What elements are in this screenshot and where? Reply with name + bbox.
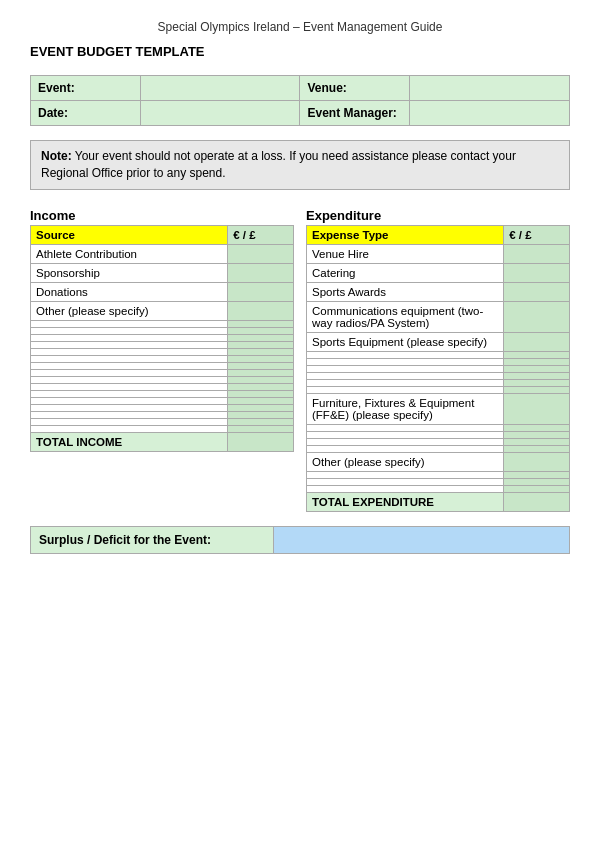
expenditure-row-amount[interactable] [504, 332, 570, 351]
expenditure-row-label [307, 351, 504, 358]
income-row: Athlete Contribution [31, 244, 294, 263]
income-row [31, 334, 294, 341]
income-row-label [31, 348, 228, 355]
expenditure-row: Catering [307, 263, 570, 282]
expenditure-row-label [307, 372, 504, 379]
expenditure-row [307, 372, 570, 379]
expenditure-row [307, 438, 570, 445]
expenditure-row-label: Communications equipment (two-way radios… [307, 301, 504, 332]
expenditure-row-amount[interactable] [504, 365, 570, 372]
income-row-amount[interactable] [228, 390, 294, 397]
expenditure-row [307, 485, 570, 492]
expenditure-row-label [307, 379, 504, 386]
expenditure-row: Communications equipment (two-way radios… [307, 301, 570, 332]
event-label: Event: [31, 76, 141, 101]
income-total-row: TOTAL INCOME [31, 432, 294, 451]
income-row-amount[interactable] [228, 301, 294, 320]
surplus-value[interactable] [273, 526, 569, 553]
page-title: Special Olympics Ireland – Event Managem… [30, 20, 570, 34]
venue-label: Venue: [300, 76, 410, 101]
manager-value[interactable] [410, 101, 570, 126]
income-row [31, 418, 294, 425]
income-row-amount[interactable] [228, 425, 294, 432]
expenditure-row: Furniture, Fixtures & Equipment (FF&E) (… [307, 393, 570, 424]
income-row-amount[interactable] [228, 355, 294, 362]
surplus-table: Surplus / Deficit for the Event: [30, 526, 570, 554]
expenditure-row [307, 424, 570, 431]
income-row-label [31, 334, 228, 341]
expenditure-row-amount[interactable] [504, 351, 570, 358]
income-row-amount[interactable] [228, 244, 294, 263]
expenditure-row-amount[interactable] [504, 445, 570, 452]
income-row-label [31, 397, 228, 404]
income-header: Income [30, 208, 294, 223]
expenditure-col-type: Expense Type [307, 225, 504, 244]
expenditure-row-amount[interactable] [504, 438, 570, 445]
income-row-label: Donations [31, 282, 228, 301]
expenditure-row: Other (please specify) [307, 452, 570, 471]
income-row-amount[interactable] [228, 341, 294, 348]
expenditure-row-amount[interactable] [504, 282, 570, 301]
income-row [31, 341, 294, 348]
income-col-source: Source [31, 225, 228, 244]
expenditure-total-amount[interactable] [504, 492, 570, 511]
income-row-amount[interactable] [228, 376, 294, 383]
income-row [31, 383, 294, 390]
budget-container: Income Source € / £ Athlete Contribution… [30, 208, 570, 512]
income-row-label [31, 383, 228, 390]
expenditure-row-amount[interactable] [504, 358, 570, 365]
expenditure-row [307, 471, 570, 478]
expenditure-row-amount[interactable] [504, 379, 570, 386]
expenditure-row-amount[interactable] [504, 372, 570, 379]
expenditure-row [307, 351, 570, 358]
income-row-amount[interactable] [228, 334, 294, 341]
expenditure-row-amount[interactable] [504, 431, 570, 438]
expenditure-row-amount[interactable] [504, 478, 570, 485]
venue-value[interactable] [410, 76, 570, 101]
expenditure-row-amount[interactable] [504, 485, 570, 492]
surplus-label: Surplus / Deficit for the Event: [31, 526, 274, 553]
income-row-amount[interactable] [228, 411, 294, 418]
expenditure-row-amount[interactable] [504, 301, 570, 332]
income-col-amount: € / £ [228, 225, 294, 244]
income-row-amount[interactable] [228, 362, 294, 369]
income-total-amount[interactable] [228, 432, 294, 451]
income-row-label: Other (please specify) [31, 301, 228, 320]
income-table: Source € / £ Athlete ContributionSponsor… [30, 225, 294, 452]
income-row-amount[interactable] [228, 320, 294, 327]
expenditure-row-label: Venue Hire [307, 244, 504, 263]
date-value[interactable] [140, 101, 300, 126]
income-row-amount[interactable] [228, 282, 294, 301]
income-row-label [31, 369, 228, 376]
manager-label: Event Manager: [300, 101, 410, 126]
income-row-label [31, 327, 228, 334]
income-row-label [31, 425, 228, 432]
expenditure-table: Expense Type € / £ Venue HireCateringSpo… [306, 225, 570, 512]
expenditure-row-amount[interactable] [504, 263, 570, 282]
event-value[interactable] [140, 76, 300, 101]
income-row-amount[interactable] [228, 383, 294, 390]
income-row-amount[interactable] [228, 327, 294, 334]
income-row-amount[interactable] [228, 348, 294, 355]
income-row-amount[interactable] [228, 369, 294, 376]
expenditure-row-amount[interactable] [504, 244, 570, 263]
expenditure-row-amount[interactable] [504, 386, 570, 393]
expenditure-row-label [307, 365, 504, 372]
date-label: Date: [31, 101, 141, 126]
income-row-amount[interactable] [228, 404, 294, 411]
income-row-amount[interactable] [228, 418, 294, 425]
expenditure-row-label: Furniture, Fixtures & Equipment (FF&E) (… [307, 393, 504, 424]
income-row [31, 327, 294, 334]
expenditure-row-amount[interactable] [504, 393, 570, 424]
expenditure-row [307, 386, 570, 393]
expenditure-row-label: Sports Equipment (please specify) [307, 332, 504, 351]
note-prefix: Note: [41, 149, 72, 163]
expenditure-row-amount[interactable] [504, 424, 570, 431]
expenditure-row-amount[interactable] [504, 471, 570, 478]
income-row [31, 376, 294, 383]
income-total-label: TOTAL INCOME [31, 432, 228, 451]
income-row-amount[interactable] [228, 263, 294, 282]
income-row-amount[interactable] [228, 397, 294, 404]
income-row [31, 404, 294, 411]
expenditure-row-amount[interactable] [504, 452, 570, 471]
